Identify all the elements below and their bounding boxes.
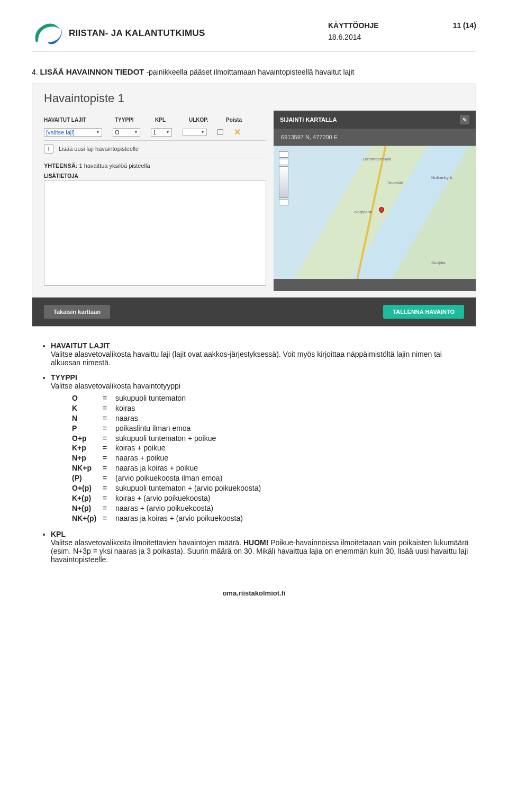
section-number: 4. — [32, 68, 38, 76]
panel-title: Havaintopiste 1 — [32, 84, 476, 111]
bullet1-title: HAVAITUT LAJIT — [51, 341, 110, 350]
section-rest: -painikkeella pääset ilmoittamaan havain… — [144, 68, 355, 76]
textarea-label: LISÄTIETOJA — [44, 171, 266, 180]
col-kpl: KPL — [155, 117, 176, 123]
chevron-down-icon: ▼ — [134, 130, 138, 134]
summary-text: 1 havaittua yksilöä pisteellä — [78, 163, 150, 169]
col-lajit: HAVAITUT LAJIT — [44, 117, 102, 123]
map-place-label: Nuikankylä — [431, 175, 452, 180]
location-title: SIJAINTI KARTALLA — [280, 116, 337, 123]
bullet1-text: Valitse alasvetovalikosta havaittu laji … — [51, 350, 442, 367]
notes-textarea[interactable] — [44, 180, 266, 286]
doc-date: 18.6.2014 — [328, 33, 476, 41]
table-header: HAVAITUT LAJIT TYYPPI KPL ULKOP. Poista — [44, 115, 266, 125]
type-table: O=sukupuoli tuntematon K=koiras N=naaras… — [72, 393, 471, 524]
coordinates: 6913597 N, 477200 E — [274, 129, 476, 146]
delete-icon[interactable]: ✕ — [234, 127, 241, 137]
add-label: Lisää uusi laji havaintopisteelle — [59, 146, 139, 152]
logo-icon — [32, 21, 64, 46]
select-ulkop[interactable]: ▼ — [183, 129, 207, 136]
table-row: [valitse laji]▼ O▼ 1▼ ▼ ✕ — [44, 125, 266, 139]
footer-url: oma.riistakolmiot.fi — [32, 575, 476, 602]
add-button[interactable]: + — [44, 144, 53, 154]
map-place-label: Suojala — [431, 260, 446, 265]
map-zoom-slider[interactable] — [279, 166, 288, 198]
select-laji[interactable]: [valitse laji]▼ — [44, 128, 102, 137]
map-place-label: Korpilahti — [355, 210, 372, 214]
summary-label: YHTEENSÄ: — [44, 163, 78, 169]
bullet3-text-a: Valitse alasvetovalikosta ilmoitettavien… — [51, 538, 243, 547]
map-zoom-out[interactable]: − — [279, 199, 288, 205]
app-panel: Havaintopiste 1 HAVAITUT LAJIT TYYPPI KP… — [32, 84, 476, 327]
save-button[interactable]: TALLENNA HAVAINTO — [383, 305, 464, 319]
org-name: RIISTAN- JA KALANTUTKIMUS — [69, 28, 205, 39]
checkbox[interactable] — [217, 129, 223, 135]
map-place-label: Lehtimäenmylä — [362, 157, 391, 161]
select-tyyppi[interactable]: O▼ — [113, 128, 140, 137]
chevron-down-icon: ▼ — [166, 130, 170, 134]
doc-type: KÄYTTÖOHJE — [328, 21, 379, 30]
chevron-down-icon: ▼ — [96, 130, 100, 134]
section-title: LISÄÄ HAVAINNON TIEDOT — [40, 67, 144, 76]
bullet3-title: KPL — [51, 530, 66, 538]
col-ulkop: ULKOP. — [189, 117, 213, 123]
map-pan-icon[interactable]: ✥ — [279, 151, 288, 158]
col-tyyppi: TYYPPI — [115, 117, 142, 123]
col-poista: Poista — [226, 117, 247, 123]
map-place-label: Tavatsilä — [387, 181, 403, 185]
back-button[interactable]: Takaisin karttaan — [44, 305, 110, 319]
bullet2-text: Valitse alasvetovalikosta havaintotyyppi — [51, 382, 180, 390]
bullet2-title: TYYPPI — [51, 373, 77, 382]
map[interactable]: ✥ + − Korpilahti Tavatsilä Suojala Nuika… — [274, 146, 476, 279]
bullet3-huom: HUOM! — [243, 538, 268, 547]
page-number: 11 (14) — [453, 21, 476, 30]
edit-icon[interactable]: ✎ — [460, 115, 469, 124]
map-zoom-in[interactable]: + — [279, 159, 288, 165]
map-pin-icon — [378, 206, 385, 213]
select-kpl[interactable]: 1▼ — [151, 128, 172, 137]
chevron-down-icon: ▼ — [201, 130, 205, 134]
header-rule — [32, 51, 476, 51]
